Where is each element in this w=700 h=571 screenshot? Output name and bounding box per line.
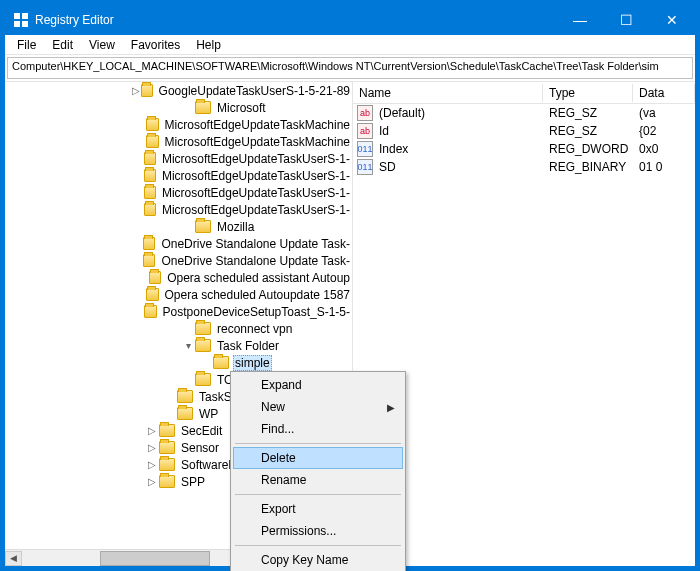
- tree-label[interactable]: MicrosoftEdgeUpdateTaskUserS-1-: [160, 169, 352, 183]
- tree-label[interactable]: MicrosoftEdgeUpdateTaskUserS-1-: [160, 186, 352, 200]
- tree-label[interactable]: GoogleUpdateTaskUserS-1-5-21-89: [157, 84, 352, 98]
- tree-label[interactable]: MicrosoftEdgeUpdateTaskMachine: [163, 118, 352, 132]
- tree-node[interactable]: MicrosoftEdgeUpdateTaskUserS-1-: [5, 150, 352, 167]
- tree-label[interactable]: PostponeDeviceSetupToast_S-1-5-: [161, 305, 352, 319]
- value-type: REG_DWORD: [543, 142, 633, 156]
- ctx-label: Find...: [261, 422, 294, 436]
- tree-label[interactable]: simple: [233, 355, 272, 371]
- value-name: SD: [377, 160, 543, 174]
- expand-icon[interactable]: ▷: [145, 425, 159, 436]
- tree-label[interactable]: Mozilla: [215, 220, 256, 234]
- folder-icon: [143, 254, 155, 267]
- menu-view[interactable]: View: [81, 36, 123, 54]
- tree-label[interactable]: OneDrive Standalone Update Task-: [159, 237, 352, 251]
- tree-node[interactable]: OneDrive Standalone Update Task-: [5, 252, 352, 269]
- titlebar[interactable]: Registry Editor — ☐ ✕: [5, 5, 695, 35]
- folder-icon: [144, 203, 156, 216]
- tree-label[interactable]: SecEdit: [179, 424, 224, 438]
- expand-icon[interactable]: ▷: [145, 442, 159, 453]
- col-type[interactable]: Type: [543, 84, 633, 102]
- menu-help[interactable]: Help: [188, 36, 229, 54]
- folder-icon: [149, 271, 162, 284]
- col-data[interactable]: Data: [633, 84, 695, 102]
- ctx-rename[interactable]: Rename: [233, 469, 403, 491]
- value-type: REG_BINARY: [543, 160, 633, 174]
- expand-icon[interactable]: ▷: [145, 459, 159, 470]
- tree-label[interactable]: Task Folder: [215, 339, 281, 353]
- tree-node[interactable]: Microsoft: [5, 99, 352, 116]
- ctx-new[interactable]: New▶: [233, 396, 403, 418]
- ctx-label: Copy Key Name: [261, 553, 348, 567]
- tree-label[interactable]: SPP: [179, 475, 207, 489]
- tree-label[interactable]: MicrosoftEdgeUpdateTaskUserS-1-: [160, 203, 352, 217]
- tree-label[interactable]: Opera scheduled Autoupdate 1587: [163, 288, 352, 302]
- tree-label[interactable]: Opera scheduled assistant Autoup: [165, 271, 352, 285]
- expand-icon[interactable]: ▷: [145, 476, 159, 487]
- address-bar[interactable]: Computer\HKEY_LOCAL_MACHINE\SOFTWARE\Mic…: [7, 57, 693, 79]
- folder-icon: [144, 169, 156, 182]
- scroll-thumb[interactable]: [100, 551, 210, 566]
- value-data: 0x0: [633, 142, 695, 156]
- tree-node[interactable]: Opera scheduled Autoupdate 1587: [5, 286, 352, 303]
- ctx-delete[interactable]: Delete: [233, 447, 403, 469]
- folder-icon: [146, 288, 158, 301]
- ctx-label: Rename: [261, 473, 306, 487]
- ctx-expand[interactable]: Expand: [233, 374, 403, 396]
- binary-icon: 011: [357, 141, 373, 157]
- tree-node[interactable]: MicrosoftEdgeUpdateTaskMachine: [5, 116, 352, 133]
- ctx-export[interactable]: Export: [233, 498, 403, 520]
- value-row[interactable]: 011SDREG_BINARY01 0: [353, 158, 695, 176]
- value-row[interactable]: abIdREG_SZ{02: [353, 122, 695, 140]
- tree-node[interactable]: Mozilla: [5, 218, 352, 235]
- ctx-find-[interactable]: Find...: [233, 418, 403, 440]
- tree-label[interactable]: Microsoft: [215, 101, 268, 115]
- tree-node[interactable]: reconnect vpn: [5, 320, 352, 337]
- expand-icon[interactable]: ▷: [131, 85, 141, 96]
- tree-node[interactable]: simple: [5, 354, 352, 371]
- tree-label[interactable]: MicrosoftEdgeUpdateTaskMachine: [163, 135, 352, 149]
- ctx-permissions-[interactable]: Permissions...: [233, 520, 403, 542]
- ctx-label: Export: [261, 502, 296, 516]
- tree-node[interactable]: MicrosoftEdgeUpdateTaskUserS-1-: [5, 184, 352, 201]
- close-button[interactable]: ✕: [649, 5, 695, 35]
- menu-separator: [235, 545, 401, 546]
- tree-node[interactable]: MicrosoftEdgeUpdateTaskUserS-1-: [5, 201, 352, 218]
- value-row[interactable]: 011IndexREG_DWORD0x0: [353, 140, 695, 158]
- value-name: Index: [377, 142, 543, 156]
- expand-icon[interactable]: ▾: [181, 340, 195, 351]
- list-header[interactable]: Name Type Data: [353, 82, 695, 104]
- minimize-button[interactable]: —: [557, 5, 603, 35]
- tree-label[interactable]: WP: [197, 407, 220, 421]
- menu-edit[interactable]: Edit: [44, 36, 81, 54]
- tree-node[interactable]: Opera scheduled assistant Autoup: [5, 269, 352, 286]
- context-menu: ExpandNew▶Find...DeleteRenameExportPermi…: [230, 371, 406, 571]
- maximize-button[interactable]: ☐: [603, 5, 649, 35]
- menu-favorites[interactable]: Favorites: [123, 36, 188, 54]
- tree-node[interactable]: ▾Task Folder: [5, 337, 352, 354]
- string-icon: ab: [357, 123, 373, 139]
- tree-node[interactable]: OneDrive Standalone Update Task-: [5, 235, 352, 252]
- menu-file[interactable]: File: [9, 36, 44, 54]
- ctx-label: Permissions...: [261, 524, 336, 538]
- col-name[interactable]: Name: [353, 84, 543, 102]
- ctx-copy-key-name[interactable]: Copy Key Name: [233, 549, 403, 571]
- string-icon: ab: [357, 105, 373, 121]
- folder-icon: [144, 152, 156, 165]
- tree-label[interactable]: reconnect vpn: [215, 322, 294, 336]
- folder-icon: [213, 356, 229, 369]
- tree-label[interactable]: MicrosoftEdgeUpdateTaskUserS-1-: [160, 152, 352, 166]
- tree-node[interactable]: MicrosoftEdgeUpdateTaskMachine: [5, 133, 352, 150]
- tree-node[interactable]: ▷GoogleUpdateTaskUserS-1-5-21-89: [5, 82, 352, 99]
- tree-node[interactable]: PostponeDeviceSetupToast_S-1-5-: [5, 303, 352, 320]
- value-row[interactable]: ab(Default)REG_SZ(va: [353, 104, 695, 122]
- folder-icon: [144, 186, 156, 199]
- regedit-icon: [13, 12, 29, 28]
- folder-icon: [195, 339, 211, 352]
- chevron-right-icon: ▶: [387, 402, 395, 413]
- tree-label[interactable]: OneDrive Standalone Update Task-: [159, 254, 352, 268]
- menu-separator: [235, 443, 401, 444]
- tree-label[interactable]: Sensor: [179, 441, 221, 455]
- value-data: {02: [633, 124, 695, 138]
- scroll-left-icon[interactable]: ◀: [5, 551, 22, 566]
- tree-node[interactable]: MicrosoftEdgeUpdateTaskUserS-1-: [5, 167, 352, 184]
